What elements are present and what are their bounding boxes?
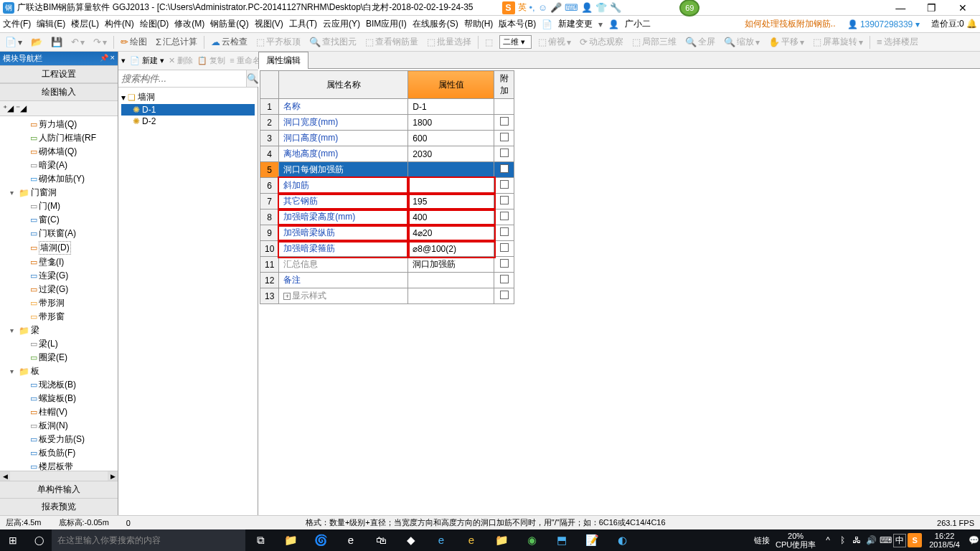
property-row[interactable]: 6斜加筋	[260, 178, 514, 194]
property-row[interactable]: 9加强暗梁纵筋4⌀20	[260, 225, 514, 241]
ime-lang[interactable]: 英	[518, 1, 527, 14]
tb-edge2-icon[interactable]: e	[426, 534, 456, 547]
rename-button[interactable]: ≡ 重命名	[230, 55, 260, 66]
copy-component-button[interactable]: 📋 复制	[197, 55, 225, 66]
perspective-button[interactable]: ⬚俯视▾	[536, 36, 573, 48]
sidebar-item[interactable]: ▭门联窗(A)	[0, 227, 118, 240]
sidebar-expand-bar[interactable]: ⁺◢ ⁻◢	[0, 101, 118, 116]
redo-button[interactable]: ↷▾	[91, 37, 109, 47]
sidebar-item[interactable]: ▭圈梁(E)	[0, 351, 118, 364]
tip-link[interactable]: 如何处理筏板附加钢筋..	[745, 18, 836, 30]
tb-bt-icon[interactable]: ᛒ	[836, 535, 849, 545]
sidebar-scroll-h[interactable]: ◀▶	[0, 471, 118, 481]
taskbar-search[interactable]: 在这里输入你要搜索的内容	[52, 529, 245, 551]
component-item[interactable]: ✺D-1	[121, 104, 255, 116]
new-doc-button[interactable]: 📄▾	[3, 37, 24, 47]
menu-file[interactable]: 文件(F)	[3, 18, 31, 30]
pan-button[interactable]: ✋平移▾	[766, 36, 806, 48]
sum-calc-button[interactable]: Σ汇总计算	[154, 36, 199, 48]
sidebar-item[interactable]: ▭带形窗	[0, 310, 118, 324]
local-3d-button[interactable]: ⬚局部三维	[630, 36, 679, 48]
property-row[interactable]: 2洞口宽度(mm)1800	[260, 115, 514, 131]
sidebar-item[interactable]: ▭过梁(G)	[0, 283, 118, 296]
badge-69[interactable]: 69	[679, 0, 699, 17]
menu-version[interactable]: 版本号(B)	[499, 18, 536, 30]
new-change-button[interactable]: 新建变更	[558, 18, 593, 30]
level-top-button[interactable]: ⬚平齐板顶	[254, 36, 303, 48]
sidebar-item[interactable]: ▭带形洞	[0, 296, 118, 310]
sidebar-item[interactable]: ▭门(M)	[0, 199, 118, 213]
bell-icon[interactable]: 🔔	[966, 19, 977, 29]
screen-rotate-button[interactable]: ⬚屏幕旋转▾	[811, 36, 865, 48]
sidebar-item[interactable]: ▾📁梁	[0, 324, 118, 337]
sidebar-item[interactable]: ▭墙洞(D)	[0, 240, 118, 255]
component-tree[interactable]: ▾❏墙洞✺D-1✺D-2	[118, 88, 258, 515]
menu-cloud[interactable]: 云应用(Y)	[323, 18, 360, 30]
menu-help[interactable]: 帮助(H)	[464, 18, 494, 30]
maximize-button[interactable]: ❐	[918, 2, 946, 14]
ime-keyboard-icon[interactable]: ⌨	[565, 2, 578, 13]
sidebar-item[interactable]: ▭连梁(G)	[0, 269, 118, 283]
sidebar-tree[interactable]: ▭剪力墙(Q)▭人防门框墙(RF▭砌体墙(Q)▭暗梁(A)▭砌体加筋(Y)▾📁门…	[0, 116, 118, 471]
tb-link-label[interactable]: 链接	[754, 535, 770, 546]
ime-wrench-icon[interactable]: 🔧	[610, 2, 621, 13]
sidebar-item[interactable]: ▭砌体加筋(Y)	[0, 172, 118, 186]
tb-folder2-icon[interactable]: 📁	[486, 534, 517, 547]
sidebar-item[interactable]: ▭窗(C)	[0, 213, 118, 227]
tb-kb-icon[interactable]: ⌨	[879, 535, 892, 545]
tb-ime-zh[interactable]: 中	[893, 534, 906, 547]
tb-explorer-icon[interactable]: 📁	[275, 534, 306, 547]
sidebar-item[interactable]: ▾📁板	[0, 364, 118, 378]
sidebar-item[interactable]: ▭楼层板带	[0, 460, 118, 471]
open-button[interactable]: 📂	[29, 37, 44, 47]
ime-user-icon[interactable]: 👤	[581, 2, 593, 13]
collapse-icon[interactable]: ⁻◢	[16, 103, 27, 113]
select-floor-button[interactable]: ≡选择楼层	[875, 36, 920, 48]
property-row[interactable]: 1名称D-1	[260, 99, 514, 115]
tb-clock[interactable]: 16:222018/5/4	[923, 532, 966, 549]
menu-draw[interactable]: 绘图(D)	[140, 18, 169, 30]
sidebar-section-draw-input[interactable]: 绘图输入	[0, 83, 118, 101]
draw-button[interactable]: ✏绘图	[118, 36, 149, 48]
tb-app2-icon[interactable]: ◆	[396, 534, 426, 547]
tb-notifications-icon[interactable]: 💬	[967, 535, 980, 545]
property-row[interactable]: 13+显示样式	[260, 288, 514, 304]
tb-cpu[interactable]: 20%CPU使用率	[771, 532, 820, 549]
menu-floor[interactable]: 楼层(L)	[71, 18, 99, 30]
minimize-button[interactable]: —	[886, 2, 915, 14]
expand-icon[interactable]: ⁺◢	[3, 103, 14, 113]
property-row[interactable]: 11汇总信息洞口加强筋	[260, 257, 514, 273]
sidebar-item[interactable]: ▭暗梁(A)	[0, 159, 118, 172]
sidebar-item[interactable]: ▭现浇板(B)	[0, 378, 118, 392]
menu-modify[interactable]: 修改(M)	[174, 18, 204, 30]
sidebar-item[interactable]: ▭板负筋(F)	[0, 446, 118, 460]
property-row[interactable]: 5洞口每侧加强筋	[260, 162, 514, 178]
tb-vol-icon[interactable]: 🔊	[864, 535, 877, 545]
dim2d-icon[interactable]: ⬚	[483, 37, 495, 47]
sidebar-item[interactable]: ▭板洞(N)	[0, 419, 118, 433]
sidebar-item[interactable]: ▭壁龛(I)	[0, 255, 118, 269]
property-row[interactable]: 4离地高度(mm)2030	[260, 146, 514, 162]
ime-smile-icon[interactable]: ☺	[538, 2, 547, 13]
sidebar-item[interactable]: ▭剪力墙(Q)	[0, 118, 118, 131]
view-rebar-button[interactable]: ⬚查看钢筋量	[363, 36, 420, 48]
ime-dot-icon[interactable]: •,	[529, 2, 535, 13]
sidebar-section-settings[interactable]: 工程设置	[0, 65, 118, 83]
dynamic-view-button[interactable]: ⟳动态观察	[578, 36, 626, 48]
ime-shirt-icon[interactable]: 👕	[595, 2, 607, 13]
zoom-button[interactable]: 🔍缩放▾	[722, 36, 762, 48]
sidebar-close-icon[interactable]: ×	[110, 53, 115, 62]
delete-component-button[interactable]: ✕ 删除	[169, 55, 193, 66]
sidebar-item[interactable]: ▭梁(L)	[0, 337, 118, 351]
tb-net-icon[interactable]: 🖧	[850, 535, 863, 545]
menu-online[interactable]: 在线服务(S)	[413, 18, 458, 30]
dimension-dropdown[interactable]: 二维 ▾	[499, 35, 532, 49]
tb-store-icon[interactable]: 🛍	[366, 534, 396, 547]
tb-app6-icon[interactable]: ◐	[607, 534, 637, 547]
component-item[interactable]: ✺D-2	[121, 116, 255, 127]
menu-component[interactable]: 构件(N)	[105, 18, 134, 30]
cortana-icon[interactable]: ◯	[26, 535, 52, 545]
sidebar-item[interactable]: ▾📁门窗洞	[0, 186, 118, 199]
menu-bim[interactable]: BIM应用(I)	[366, 18, 407, 30]
menu-edit[interactable]: 编辑(E)	[37, 18, 65, 30]
